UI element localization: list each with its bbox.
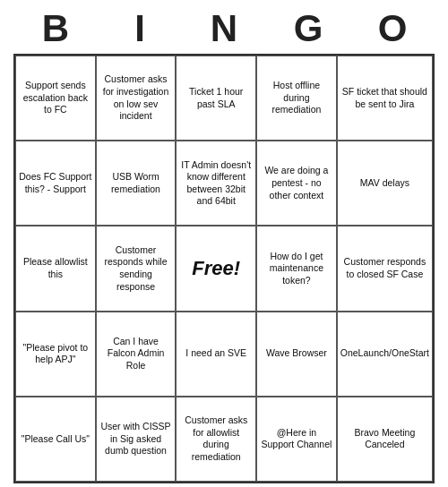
bingo-cell-3[interactable]: Host offline during remediation: [256, 56, 337, 141]
bingo-cell-1[interactable]: Customer asks for investigation on low s…: [96, 56, 177, 141]
bingo-cell-10[interactable]: Please allowlist this: [15, 226, 96, 311]
bingo-cell-20[interactable]: "Please Call Us": [15, 397, 96, 482]
bingo-title: B I N G O: [13, 0, 435, 54]
bingo-cell-19[interactable]: OneLaunch/OneStart: [337, 312, 433, 397]
bingo-cell-7[interactable]: IT Admin doesn't know different between …: [176, 141, 256, 226]
bingo-cell-24[interactable]: Bravo Meeting Canceled: [337, 397, 433, 482]
title-o: O: [357, 7, 428, 50]
bingo-cell-15[interactable]: "Please pivot to help APJ": [15, 312, 96, 397]
bingo-cell-11[interactable]: Customer responds while sending response: [96, 226, 177, 311]
title-b: B: [20, 7, 91, 50]
bingo-cell-0[interactable]: Support sends escalation back to FC: [15, 56, 96, 141]
title-n: N: [188, 7, 260, 50]
bingo-cell-9[interactable]: MAV delays: [337, 141, 433, 226]
bingo-cell-12[interactable]: Free!: [176, 226, 256, 311]
bingo-cell-22[interactable]: Customer asks for allowlist during remed…: [176, 397, 256, 482]
bingo-cell-2[interactable]: Ticket 1 hour past SLA: [176, 56, 256, 141]
bingo-cell-21[interactable]: User with CISSP in Sig asked dumb questi…: [96, 397, 177, 482]
bingo-cell-23[interactable]: @Here in Support Channel: [256, 397, 337, 482]
bingo-cell-17[interactable]: I need an SVE: [176, 312, 256, 397]
bingo-cell-4[interactable]: SF ticket that should be sent to Jira: [337, 56, 433, 141]
title-i: I: [104, 7, 176, 50]
bingo-cell-13[interactable]: How do I get maintenance token?: [256, 226, 337, 311]
bingo-cell-6[interactable]: USB Worm remediation: [96, 141, 177, 226]
bingo-grid: Support sends escalation back to FCCusto…: [13, 54, 435, 483]
bingo-cell-18[interactable]: Wave Browser: [256, 312, 337, 397]
title-g: G: [272, 7, 344, 50]
bingo-cell-5[interactable]: Does FC Support this? - Support: [15, 141, 96, 226]
bingo-cell-16[interactable]: Can I have Falcon Admin Role: [96, 312, 177, 397]
bingo-cell-8[interactable]: We are doing a pentest - no other contex…: [256, 141, 337, 226]
bingo-cell-14[interactable]: Customer responds to closed SF Case: [337, 226, 433, 311]
